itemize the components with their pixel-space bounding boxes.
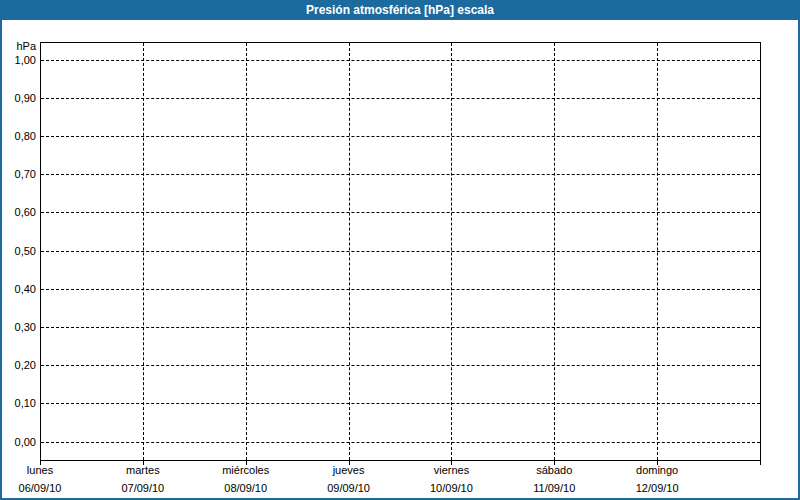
y-axis-label: 0,20 <box>0 359 36 372</box>
x-axis-date-label: 07/09/10 <box>88 482 198 495</box>
y-axis-unit-label: hPa <box>0 40 36 53</box>
y-axis-label: 1,00 <box>0 54 36 67</box>
x-axis-date-label: 12/09/10 <box>602 482 712 495</box>
x-axis-tick <box>657 460 658 465</box>
y-axis-label: 0,00 <box>0 436 36 449</box>
y-axis-label: 0,40 <box>0 283 36 296</box>
x-axis-day-label: viernes <box>396 464 506 477</box>
y-axis-label: 0,70 <box>0 168 36 181</box>
x-axis-tick <box>246 460 247 465</box>
x-axis-day-label: lunes <box>0 464 95 477</box>
x-axis-day-label: domingo <box>602 464 712 477</box>
x-axis-date-label: 06/09/10 <box>0 482 95 495</box>
x-axis-tick <box>143 460 144 465</box>
x-axis-tick <box>451 460 452 465</box>
x-axis-day-label: miércoles <box>191 464 301 477</box>
y-axis-label: 0,10 <box>0 397 36 410</box>
x-axis-date-label: 11/09/10 <box>499 482 609 495</box>
x-axis-day-label: martes <box>88 464 198 477</box>
y-axis-label: 0,60 <box>0 206 36 219</box>
x-axis-date-label: 10/09/10 <box>396 482 506 495</box>
x-axis-day-label: sábado <box>499 464 609 477</box>
x-axis-tick <box>760 460 761 465</box>
chart-panel: Presión atmosférica [hPa] escala 1,000,9… <box>0 0 800 500</box>
y-axis-label: 0,90 <box>0 92 36 105</box>
y-axis-label: 0,30 <box>0 321 36 334</box>
y-axis-label: 0,80 <box>0 130 36 143</box>
x-axis-day-label: jueves <box>294 464 404 477</box>
y-axis-label: 0,50 <box>0 245 36 258</box>
x-axis-tick <box>554 460 555 465</box>
x-axis-date-label: 08/09/10 <box>191 482 301 495</box>
x-axis-date-label: 09/09/10 <box>294 482 404 495</box>
x-axis-tick <box>349 460 350 465</box>
x-axis-tick <box>40 460 41 465</box>
axis-labels-layer: 1,000,900,800,700,600,500,400,300,200,10… <box>0 0 800 500</box>
